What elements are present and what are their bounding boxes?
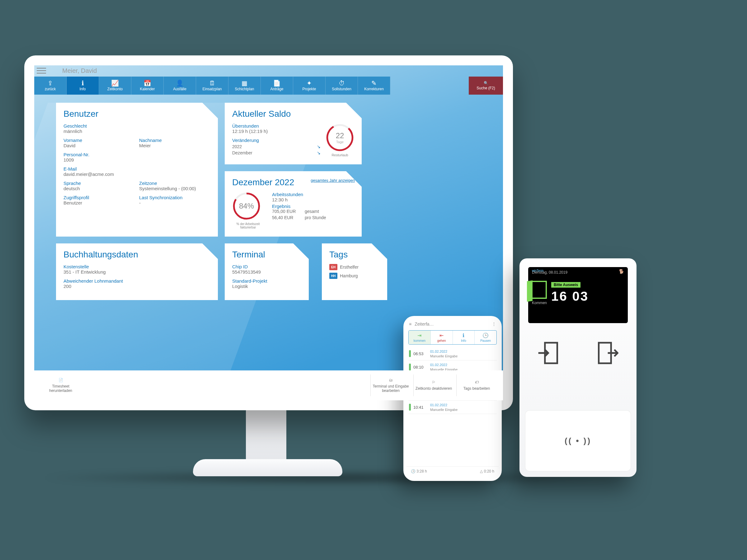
- enter-icon[interactable]: [538, 342, 558, 364]
- tab-kalender[interactable]: 📅Kalender: [131, 77, 164, 95]
- back-button[interactable]: ⇪zurück: [34, 77, 67, 95]
- card-title: Benutzer: [63, 109, 210, 119]
- bottom-actions: 📄Timesheet herunterladen 🗂Terminal und E…: [34, 371, 503, 400]
- tab-sollstunden[interactable]: ⏱Sollstunden: [326, 77, 358, 95]
- list-item[interactable]: 10:41 01.02.2022Manuelle Eingabe: [408, 401, 497, 414]
- action-zeitkonto-off[interactable]: ⚐Zeitkonto deaktivieren: [413, 375, 454, 396]
- trend-down-icon: ↘: [317, 150, 320, 155]
- tab-ausfaelle[interactable]: 👤Ausfälle: [164, 77, 196, 95]
- tab-info[interactable]: ℹInfo: [67, 77, 99, 95]
- tag-badge: EH: [329, 264, 337, 270]
- prompt-badge: Bitte Ausweis: [551, 282, 581, 288]
- svg-point-1: [326, 123, 354, 152]
- logo-icon: 🐕: [619, 269, 624, 274]
- tag-row: EHErsthelfer: [329, 264, 380, 270]
- terminal-reader-device: winTerm 🐕 Dienstag, 08.01.2019 Kommen Bi…: [519, 258, 637, 477]
- tag-badge: HH: [329, 273, 337, 279]
- card-terminal: Terminal Chip ID 55479513549 Standard-Pr…: [225, 244, 309, 300]
- main-toolbar: ⇪zurück ℹInfo 📈Zeitkonto 📅Kalender 👤Ausf…: [34, 77, 503, 95]
- tag-label: Ersthelfer: [340, 264, 359, 270]
- tab-zeitkonto[interactable]: 📈Zeitkonto: [99, 77, 131, 95]
- nfc-icon: (( • )): [565, 436, 591, 446]
- tag-row: HHHamburg: [329, 273, 380, 279]
- app-window: Meier, David ⇪zurück ℹInfo 📈Zeitkonto 📅K…: [34, 66, 503, 400]
- entry-marker: [409, 404, 411, 411]
- tab-projekte[interactable]: ✦Projekte: [293, 77, 326, 95]
- breadcrumb: Meier, David: [50, 67, 97, 74]
- year-link[interactable]: gesamtes Jahr anzeigen: [311, 178, 355, 183]
- card-title: Buchhaltungsdaten: [63, 250, 210, 260]
- door-open-icon: [532, 281, 547, 299]
- tab-einsatzplan[interactable]: 🗓Einsatzplan: [196, 77, 229, 95]
- entry-time: 10:41: [413, 405, 428, 410]
- tab-antraege[interactable]: 📄Anträge: [261, 77, 293, 95]
- flag-icon: ⚐: [432, 380, 435, 384]
- entry-type: Manuelle Eingabe: [430, 408, 458, 411]
- trend-down-icon: ↘: [317, 144, 320, 149]
- vacation-ring: 22 Tage: [326, 123, 354, 152]
- card-buchhaltung: Buchhaltungsdaten Kostenstelle 351 - IT …: [56, 244, 218, 300]
- desktop-monitor: Meier, David ⇪zurück ℹInfo 📈Zeitkonto 📅K…: [24, 55, 513, 410]
- entry-date: 01.02.2022: [430, 403, 447, 407]
- card-title: Aktueller Saldo: [232, 109, 354, 119]
- search-button[interactable]: 🔍Suche (F2): [469, 77, 503, 95]
- billable-ring: 84%: [232, 192, 261, 221]
- tag-icon: 🏷: [475, 380, 479, 384]
- card-title: Tags: [329, 250, 380, 260]
- reader-time: 16 03: [551, 289, 624, 304]
- document-icon: 📄: [58, 378, 63, 382]
- clock-icon: 🕒: [411, 469, 415, 474]
- tag-label: Hamburg: [340, 273, 358, 278]
- reader-display: winTerm 🐕 Dienstag, 08.01.2019 Kommen Bi…: [528, 267, 628, 323]
- action-timesheet[interactable]: 📄Timesheet herunterladen: [41, 375, 81, 396]
- action-tags-edit[interactable]: 🏷Tags bearbeiten: [456, 375, 497, 396]
- action-terminal-edit[interactable]: 🗂Terminal und Eingabe bearbeiten: [370, 375, 411, 396]
- card-benutzer: Benutzer Geschlecht männlich Vorname Dav…: [56, 103, 218, 236]
- tab-korrekturen[interactable]: ✎Korrekturen: [358, 77, 390, 95]
- terminal-icon: 🗂: [389, 378, 393, 382]
- exit-icon[interactable]: [598, 342, 618, 364]
- card-title: Terminal: [232, 250, 301, 260]
- card-saldo: Aktueller Saldo Überstunden 12:19 h (12:…: [225, 103, 362, 164]
- nfc-reader[interactable]: (( • )): [525, 410, 631, 471]
- triangle-icon: △: [480, 469, 483, 474]
- card-month: Dezember 2022 gesamtes Jahr anzeigen 84%…: [225, 171, 362, 236]
- menu-icon[interactable]: [36, 67, 47, 75]
- tab-schichtplan[interactable]: ▦Schichtplan: [229, 77, 261, 95]
- card-tags: Tags EHErsthelferHHHamburg: [322, 244, 387, 300]
